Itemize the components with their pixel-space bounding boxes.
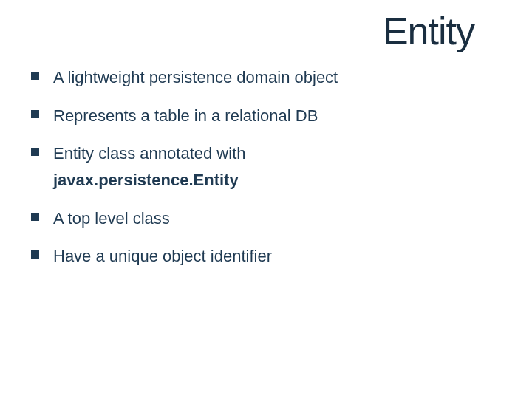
list-item: Represents a table in a relational DB [28, 105, 504, 127]
list-item: Entity class annotated with javax.persis… [28, 143, 504, 191]
list-item: A top level class [28, 208, 504, 230]
bullet-text: Represents a table in a relational DB [53, 106, 318, 125]
list-item: Have a unique object identifier [28, 245, 504, 267]
bullet-text: A top level class [53, 209, 170, 228]
slide-title: Entity [28, 9, 474, 53]
bullet-text: Entity class annotated with [53, 144, 245, 163]
bullet-text: A lightweight persistence domain object [53, 68, 338, 86]
bullet-list: A lightweight persistence domain object … [28, 66, 504, 267]
bullet-subtext: javax.persistence.Entity [53, 169, 504, 191]
slide-container: Entity A lightweight persistence domain … [0, 0, 532, 399]
list-item: A lightweight persistence domain object [28, 66, 504, 89]
bullet-text: Have a unique object identifier [53, 247, 272, 265]
